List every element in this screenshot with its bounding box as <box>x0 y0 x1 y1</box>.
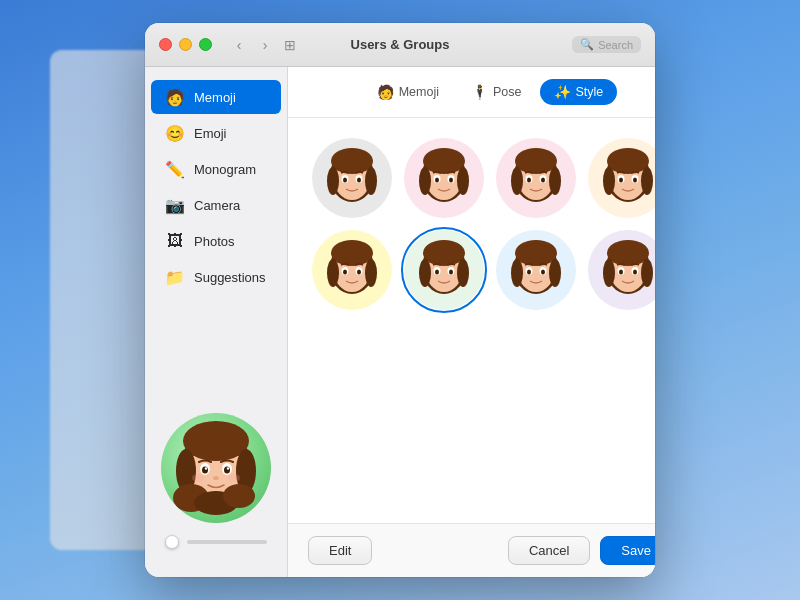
tab-pose-icon: 🕴 <box>471 84 488 100</box>
size-slider[interactable] <box>165 535 267 549</box>
search-label: Search <box>598 39 633 51</box>
folder-icon: 📁 <box>165 267 185 287</box>
svg-point-79 <box>541 270 545 275</box>
memoji-option-2[interactable] <box>404 138 484 218</box>
memoji-icon: 🧑 <box>165 87 185 107</box>
sidebar-item-photos[interactable]: 🖼 Photos <box>151 224 281 258</box>
svg-point-65 <box>419 259 431 287</box>
svg-point-38 <box>511 167 523 195</box>
memoji-option-4[interactable] <box>588 138 655 218</box>
svg-point-60 <box>343 270 347 275</box>
grid-icon: ⊞ <box>284 37 296 53</box>
sidebar-label-monogram: Monogram <box>194 162 256 177</box>
svg-point-87 <box>619 270 623 275</box>
avatar-circle <box>161 413 271 523</box>
svg-point-37 <box>515 148 557 174</box>
svg-point-84 <box>641 259 653 287</box>
svg-point-13 <box>227 467 229 469</box>
tab-bar: 🧑 Memoji 🕴 Pose ✨ Style <box>288 67 655 118</box>
memoji-option-6[interactable] <box>404 230 484 310</box>
tab-style-icon: ✨ <box>554 84 571 100</box>
svg-point-51 <box>619 178 623 183</box>
svg-point-28 <box>423 148 465 174</box>
svg-point-47 <box>603 167 615 195</box>
sidebar-item-memoji[interactable]: 🧑 Memoji <box>151 80 281 114</box>
svg-point-39 <box>549 167 561 195</box>
memoji-option-1[interactable] <box>312 138 392 218</box>
svg-point-63 <box>426 250 462 292</box>
svg-point-25 <box>357 178 361 183</box>
sidebar-label-memoji: Memoji <box>194 90 236 105</box>
svg-point-24 <box>343 178 347 183</box>
sidebar-item-emoji[interactable]: 😊 Emoji <box>151 116 281 150</box>
window-title: Users & Groups <box>351 37 450 52</box>
svg-point-19 <box>331 148 373 174</box>
svg-point-68 <box>448 267 455 275</box>
camera-icon: 📷 <box>165 195 185 215</box>
search-icon: 🔍 <box>580 38 594 51</box>
svg-point-33 <box>435 178 439 183</box>
close-button[interactable] <box>159 38 172 51</box>
svg-point-57 <box>365 259 377 287</box>
sidebar-item-camera[interactable]: 📷 Camera <box>151 188 281 222</box>
right-panel: 🧑 Memoji 🕴 Pose ✨ Style <box>288 67 655 577</box>
main-window: ‹ › ⊞ Users & Groups 🔍 Search 🧑 Memoji 😊… <box>145 23 655 577</box>
emoji-icon: 😊 <box>165 123 185 143</box>
forward-button[interactable]: › <box>254 34 276 56</box>
svg-point-20 <box>327 167 339 195</box>
sidebar-item-suggestions[interactable]: 📁 Suggestions <box>151 260 281 294</box>
svg-point-61 <box>357 270 361 275</box>
memoji-option-3[interactable] <box>496 138 576 218</box>
svg-point-56 <box>327 259 339 287</box>
svg-point-29 <box>419 167 431 195</box>
photos-icon: 🖼 <box>165 231 185 251</box>
back-button[interactable]: ‹ <box>228 34 250 56</box>
search-box[interactable]: 🔍 Search <box>572 36 641 53</box>
svg-point-16 <box>228 474 240 482</box>
tab-memoji-label: Memoji <box>399 85 439 99</box>
tab-memoji-icon: 🧑 <box>377 84 394 100</box>
cancel-button[interactable]: Cancel <box>508 536 590 565</box>
svg-point-66 <box>457 259 469 287</box>
svg-point-42 <box>527 178 531 183</box>
bottom-bar: Edit Cancel Save <box>288 523 655 577</box>
tab-style[interactable]: ✨ Style <box>540 79 618 105</box>
action-buttons: Cancel Save <box>508 536 655 565</box>
memoji-option-7[interactable] <box>496 230 576 310</box>
svg-point-55 <box>331 240 373 266</box>
minimize-button[interactable] <box>179 38 192 51</box>
svg-point-73 <box>515 240 557 266</box>
save-button[interactable]: Save <box>600 536 655 565</box>
svg-point-21 <box>365 167 377 195</box>
svg-point-88 <box>633 270 637 275</box>
pencil-icon: ✏️ <box>165 159 185 179</box>
svg-point-83 <box>603 259 615 287</box>
svg-point-15 <box>192 474 204 482</box>
svg-point-30 <box>457 167 469 195</box>
sidebar-item-monogram[interactable]: ✏️ Monogram <box>151 152 281 186</box>
sidebar: 🧑 Memoji 😊 Emoji ✏️ Monogram 📷 Camera 🖼 … <box>145 67 288 577</box>
content-area: 🧑 Memoji 😊 Emoji ✏️ Monogram 📷 Camera 🖼 … <box>145 67 655 577</box>
maximize-button[interactable] <box>199 38 212 51</box>
edit-button[interactable]: Edit <box>308 536 372 565</box>
memoji-option-5[interactable] <box>312 230 392 310</box>
svg-point-52 <box>633 178 637 183</box>
traffic-lights <box>159 38 212 51</box>
tab-memoji[interactable]: 🧑 Memoji <box>363 79 453 105</box>
sidebar-label-photos: Photos <box>194 234 234 249</box>
tab-pose[interactable]: 🕴 Pose <box>457 79 536 105</box>
memoji-style-grid <box>288 118 655 523</box>
svg-point-78 <box>527 270 531 275</box>
svg-point-48 <box>641 167 653 195</box>
memoji-option-8[interactable] <box>588 230 655 310</box>
svg-point-46 <box>607 148 649 174</box>
svg-point-62 <box>422 242 466 294</box>
sidebar-label-camera: Camera <box>194 198 240 213</box>
tab-style-label: Style <box>576 85 604 99</box>
svg-point-34 <box>449 178 453 183</box>
svg-point-7 <box>223 484 255 508</box>
svg-point-43 <box>541 178 545 183</box>
svg-point-70 <box>449 270 453 275</box>
svg-point-64 <box>423 240 465 266</box>
slider-handle[interactable] <box>165 535 179 549</box>
